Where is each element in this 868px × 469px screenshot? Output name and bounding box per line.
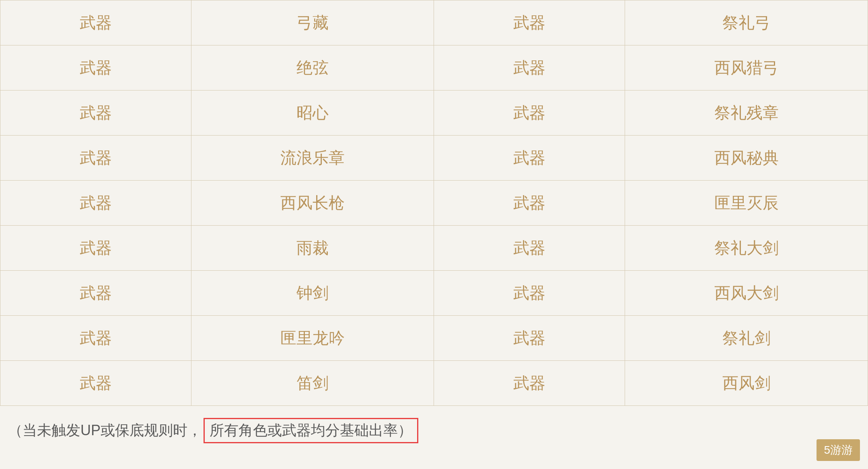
table-row: 武器弓藏武器祭礼弓 — [0, 0, 868, 45]
cell-row0-col2: 武器 — [434, 0, 625, 45]
cell-row5-col2: 武器 — [434, 226, 625, 271]
table-row: 武器绝弦武器西风猎弓 — [0, 45, 868, 91]
weapon-table: 武器弓藏武器祭礼弓武器绝弦武器西风猎弓武器昭心武器祭礼残章武器流浪乐章武器西风秘… — [0, 0, 868, 406]
cell-row8-col1: 笛剑 — [191, 361, 434, 406]
cell-row7-col2: 武器 — [434, 316, 625, 361]
cell-row7-col3: 祭礼剑 — [625, 316, 868, 361]
cell-row2-col0: 武器 — [0, 91, 191, 136]
cell-row8-col2: 武器 — [434, 361, 625, 406]
cell-row2-col3: 祭礼残章 — [625, 91, 868, 136]
cell-row5-col1: 雨裁 — [191, 226, 434, 271]
cell-row7-col0: 武器 — [0, 316, 191, 361]
cell-row1-col3: 西风猎弓 — [625, 45, 868, 91]
table-row: 武器匣里龙吟武器祭礼剑 — [0, 316, 868, 361]
cell-row4-col0: 武器 — [0, 181, 191, 226]
cell-row6-col0: 武器 — [0, 271, 191, 316]
cell-row2-col1: 昭心 — [191, 91, 434, 136]
cell-row5-col3: 祭礼大剑 — [625, 226, 868, 271]
cell-row3-col2: 武器 — [434, 136, 625, 181]
cell-row8-col3: 西风剑 — [625, 361, 868, 406]
cell-row1-col1: 绝弦 — [191, 45, 434, 91]
cell-row3-col1: 流浪乐章 — [191, 136, 434, 181]
footer-prefix: （当未触发UP或保底规则时， — [8, 421, 202, 440]
table-container: 武器弓藏武器祭礼弓武器绝弦武器西风猎弓武器昭心武器祭礼残章武器流浪乐章武器西风秘… — [0, 0, 868, 406]
cell-row7-col1: 匣里龙吟 — [191, 316, 434, 361]
watermark: 5游游 — [817, 439, 860, 461]
cell-row2-col2: 武器 — [434, 91, 625, 136]
footer-boxed-text: 所有角色或武器均分基础出率） — [204, 418, 418, 443]
table-row: 武器昭心武器祭礼残章 — [0, 91, 868, 136]
table-row: 武器流浪乐章武器西风秘典 — [0, 136, 868, 181]
cell-row4-col2: 武器 — [434, 181, 625, 226]
cell-row0-col1: 弓藏 — [191, 0, 434, 45]
table-row: 武器笛剑武器西风剑 — [0, 361, 868, 406]
cell-row0-col0: 武器 — [0, 0, 191, 45]
cell-row6-col1: 钟剑 — [191, 271, 434, 316]
footer-note: （当未触发UP或保底规则时， 所有角色或武器均分基础出率） — [0, 406, 868, 455]
cell-row6-col2: 武器 — [434, 271, 625, 316]
cell-row1-col2: 武器 — [434, 45, 625, 91]
cell-row3-col0: 武器 — [0, 136, 191, 181]
cell-row0-col3: 祭礼弓 — [625, 0, 868, 45]
cell-row1-col0: 武器 — [0, 45, 191, 91]
cell-row6-col3: 西风大剑 — [625, 271, 868, 316]
cell-row4-col1: 西风长枪 — [191, 181, 434, 226]
table-row: 武器雨裁武器祭礼大剑 — [0, 226, 868, 271]
table-row: 武器西风长枪武器匣里灭辰 — [0, 181, 868, 226]
cell-row4-col3: 匣里灭辰 — [625, 181, 868, 226]
cell-row5-col0: 武器 — [0, 226, 191, 271]
cell-row3-col3: 西风秘典 — [625, 136, 868, 181]
cell-row8-col0: 武器 — [0, 361, 191, 406]
table-row: 武器钟剑武器西风大剑 — [0, 271, 868, 316]
